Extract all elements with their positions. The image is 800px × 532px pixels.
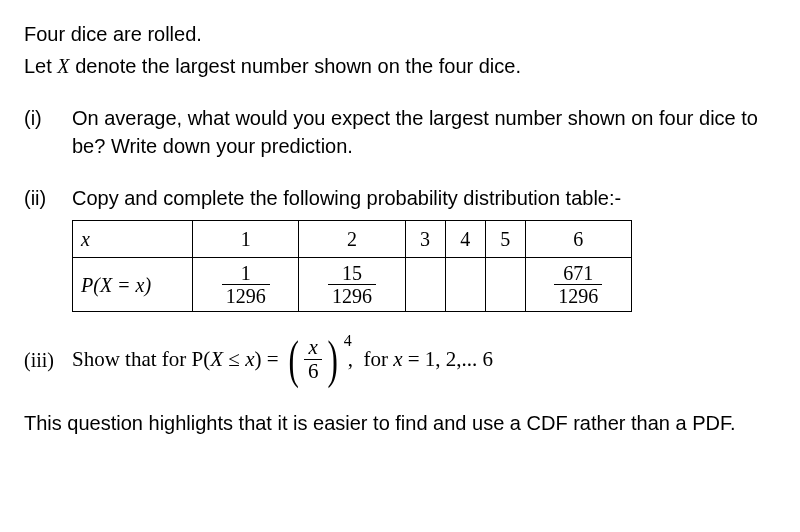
exponent: 4	[344, 330, 352, 352]
prob-expr: P(X = x)	[81, 274, 151, 296]
fraction: 671 1296	[554, 262, 602, 307]
part-ii-label: (ii)	[24, 184, 72, 312]
right-paren-icon: )	[328, 339, 338, 381]
part-ii-text: Copy and complete the following probabil…	[72, 184, 776, 212]
cell-2: 15 1296	[299, 258, 405, 312]
fraction-denominator: 1296	[222, 284, 270, 307]
fraction-denominator: 1296	[554, 284, 602, 307]
table-row: P(X = x) 1 1296 15 1296	[73, 258, 632, 312]
fraction-denominator: 6	[304, 359, 323, 383]
part-iii-body: Show that for P(X ≤ x) = ( x 6 ) 4 , for…	[72, 336, 776, 383]
col-header: 6	[525, 221, 631, 258]
table-row: x 1 2 3 4 5 6	[73, 221, 632, 258]
fraction-numerator: x	[304, 336, 321, 359]
intro-line-2a: Let	[24, 55, 57, 77]
footer-note: This question highlights that it is easi…	[24, 409, 776, 437]
cell-4	[445, 258, 485, 312]
fraction-denominator: 1296	[328, 284, 376, 307]
left-paren-icon: (	[288, 339, 298, 381]
distribution-table: x 1 2 3 4 5 6 P(X = x) 1 1296	[72, 220, 632, 312]
row-header-px: P(X = x)	[73, 258, 193, 312]
intro-line-2: Let X denote the largest number shown on…	[24, 52, 776, 80]
fraction-numerator: 15	[338, 262, 366, 284]
part-i: (i) On average, what would you expect th…	[24, 104, 776, 160]
fraction: 15 1296	[328, 262, 376, 307]
cell-6: 671 1296	[525, 258, 631, 312]
col-header: 5	[485, 221, 525, 258]
cell-1: 1 1296	[193, 258, 299, 312]
col-header: 4	[445, 221, 485, 258]
part-ii-body: Copy and complete the following probabil…	[72, 184, 776, 312]
part-iii-lead: Show that for P(X ≤ x) =	[72, 345, 279, 374]
cell-3	[405, 258, 445, 312]
fraction: 1 1296	[222, 262, 270, 307]
part-iii-tail: , for x = 1, 2,... 6	[348, 345, 493, 374]
paren-fraction: ( x 6 ) 4	[285, 336, 342, 383]
part-i-body: On average, what would you expect the la…	[72, 104, 776, 160]
col-header: 1	[193, 221, 299, 258]
fraction-numerator: 671	[559, 262, 597, 284]
col-header: 3	[405, 221, 445, 258]
part-iii-label: (iii)	[24, 346, 72, 374]
row-header-x: x	[73, 221, 193, 258]
intro-block: Four dice are rolled. Let X denote the l…	[24, 20, 776, 80]
intro-line-1: Four dice are rolled.	[24, 20, 776, 48]
col-header: 2	[299, 221, 405, 258]
part-iii: (iii) Show that for P(X ≤ x) = ( x 6 ) 4…	[24, 336, 776, 383]
intro-line-2b: denote the largest number shown on the f…	[70, 55, 521, 77]
fraction-numerator: 1	[237, 262, 255, 284]
part-ii: (ii) Copy and complete the following pro…	[24, 184, 776, 312]
part-i-label: (i)	[24, 104, 72, 160]
fraction: x 6	[304, 336, 323, 383]
cell-5	[485, 258, 525, 312]
variable-X: X	[57, 55, 69, 77]
